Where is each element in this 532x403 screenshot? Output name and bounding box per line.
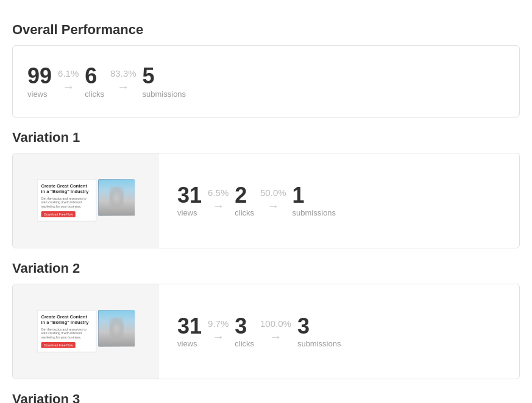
variation-2-preview-body: Get the tactics and resources to start c… — [41, 327, 93, 339]
variation-2-arrow2-icon: → — [269, 330, 282, 344]
variation-1-arrow1-icon: → — [212, 199, 224, 213]
variation-2-ctr1-value: 9.7% — [208, 318, 229, 329]
variation-2-preview: Create Great Content in a "Boring" Indus… — [13, 284, 159, 379]
variation-1-views-label: views — [177, 208, 197, 217]
variation-2-submissions-value: 3 — [297, 314, 310, 338]
variation-2-left-panel: Create Great Content in a "Boring" Indus… — [37, 310, 97, 352]
overall-ctr1-block: 6.1% → — [58, 68, 79, 94]
variation-2-ctr2-value: 100.0% — [260, 318, 291, 329]
variation-1-arrow2-icon: → — [267, 199, 279, 213]
variation-1-views-value: 31 — [177, 183, 202, 208]
variation-3-title: Variation 3 — [12, 391, 520, 403]
variation-1-right-panel — [98, 179, 135, 216]
variation-2-preview-content: Create Great Content in a "Boring" Indus… — [34, 306, 139, 356]
variation-1-submissions-stat: 1 submissions — [293, 183, 336, 218]
variation-1-card: Create Great Content in a "Boring" Indus… — [12, 153, 520, 248]
variation-2-ctr2-block: 100.0% → — [260, 318, 291, 344]
overall-submissions-stat: 5 submissions — [143, 64, 186, 99]
variation-1-submissions-value: 1 — [293, 183, 305, 208]
variation-1-ctr1-block: 6.5% → — [208, 187, 229, 213]
variation-2-cloud-bg — [98, 310, 135, 346]
variation-2-arrow1-icon: → — [212, 330, 224, 344]
overall-arrow2-icon: → — [117, 80, 129, 94]
variation-1-preview-content: Create Great Content in a "Boring" Indus… — [34, 175, 139, 225]
variation-1-submissions-label: submissions — [293, 208, 336, 217]
variation-2-card: Create Great Content in a "Boring" Indus… — [12, 284, 520, 379]
overall-clicks-value: 6 — [85, 64, 97, 88]
overall-ctr2-block: 83.3% → — [110, 68, 137, 94]
variation-2-submissions-label: submissions — [297, 339, 341, 348]
overall-submissions-value: 5 — [143, 64, 155, 88]
variation-1-ctr2-block: 50.0% → — [260, 187, 286, 213]
overall-card: 99 views 6.1% → 6 clicks 83.3% → 5 submi… — [12, 45, 520, 117]
variation-2-clicks-value: 3 — [235, 314, 247, 338]
variation-1-ctr1-value: 6.5% — [208, 187, 229, 198]
overall-ctr2-value: 83.3% — [110, 68, 137, 79]
overall-views-label: views — [27, 89, 48, 99]
variation-1-smoke — [109, 186, 124, 208]
variation-1-cta-button: Download Free Now — [41, 211, 76, 217]
overall-submissions-label: submissions — [143, 89, 186, 99]
overall-views-stat: 99 views — [27, 64, 52, 99]
variation-1-stats: 31 views 6.5% → 2 clicks 50.0% → 1 sub — [159, 171, 519, 230]
variation-2-smoke — [109, 317, 124, 339]
variation-2-views-label: views — [177, 339, 197, 348]
variation-2-views-stat: 31 views — [177, 314, 202, 349]
overall-clicks-stat: 6 clicks — [85, 64, 104, 99]
variation-2-image — [98, 310, 135, 346]
variation-2-cta-button: Download Free Now — [41, 342, 76, 348]
variation-1-cloud-bg — [98, 179, 135, 216]
variation-2-preview-title: Create Great Content in a "Boring" Indus… — [41, 314, 93, 325]
variation-1-preview: Create Great Content in a "Boring" Indus… — [13, 153, 159, 248]
variations-container: Variation 1 Create Great Content in a "B… — [12, 130, 520, 403]
variation-2-clicks-label: clicks — [235, 339, 254, 348]
variation-1-clicks-label: clicks — [235, 208, 254, 217]
variation-2-views-value: 31 — [177, 314, 202, 338]
variation-2-ctr1-block: 9.7% → — [208, 318, 229, 344]
variation-1-preview-body: Get the tactics and resources to start c… — [41, 196, 93, 208]
variation-2-clicks-stat: 3 clicks — [235, 314, 254, 349]
overall-ctr1-value: 6.1% — [58, 68, 79, 79]
variation-2-title: Variation 2 — [12, 261, 520, 276]
variation-1-views-stat: 31 views — [177, 183, 202, 218]
overall-clicks-label: clicks — [85, 89, 104, 99]
overall-arrow1-icon: → — [62, 80, 74, 94]
overall-views-value: 99 — [27, 64, 52, 88]
variation-1-clicks-value: 2 — [235, 183, 247, 208]
variation-1-preview-title: Create Great Content in a "Boring" Indus… — [41, 183, 93, 194]
variation-1-title: Variation 1 — [12, 130, 520, 145]
overall-stats-row: 99 views 6.1% → 6 clicks 83.3% → 5 submi… — [27, 58, 186, 105]
overall-title: Overall Performance — [12, 22, 520, 38]
variation-2-stats: 31 views 9.7% → 3 clicks 100.0% → 3 su — [159, 302, 519, 361]
variation-2-submissions-stat: 3 submissions — [297, 314, 341, 349]
variation-2-right-panel — [98, 310, 135, 346]
variation-1-ctr2-value: 50.0% — [260, 187, 286, 198]
variation-1-clicks-stat: 2 clicks — [235, 183, 254, 218]
variation-1-image — [98, 179, 135, 216]
variation-1-left-panel: Create Great Content in a "Boring" Indus… — [37, 179, 97, 221]
